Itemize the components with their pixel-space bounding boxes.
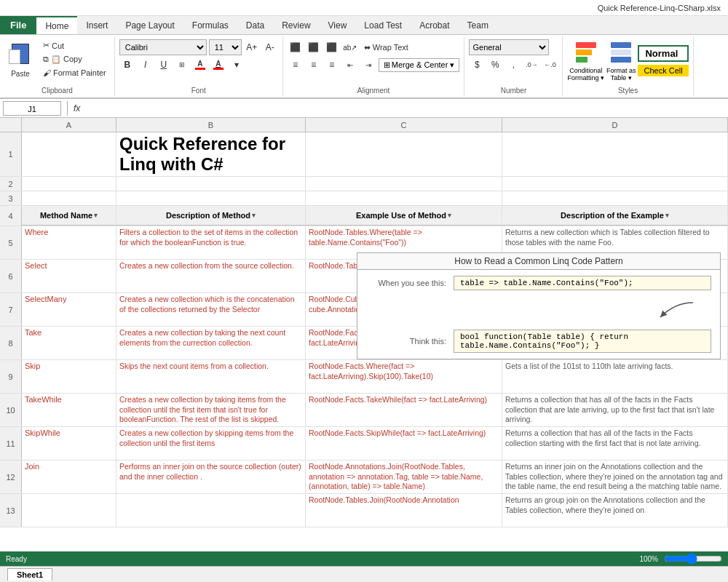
normal-style[interactable]: Normal xyxy=(638,45,688,62)
row-num-3[interactable]: 3 xyxy=(0,191,22,205)
decrease-indent-button[interactable]: ⇤ xyxy=(342,57,358,73)
increase-font-button[interactable]: A+ xyxy=(244,39,260,55)
underline-button[interactable]: U xyxy=(156,57,172,73)
tab-load-test[interactable]: Load Test xyxy=(355,16,411,34)
cell-d2[interactable] xyxy=(502,177,728,191)
tab-review[interactable]: Review xyxy=(273,16,319,34)
cell-b9[interactable]: Skip xyxy=(22,360,116,393)
cell-a3[interactable] xyxy=(22,191,116,205)
row-num-11[interactable]: 11 xyxy=(0,427,22,460)
cell-b2[interactable] xyxy=(116,177,306,191)
header-method-dropdown[interactable]: ▾ xyxy=(94,212,98,219)
dropdown-font-color[interactable]: ▾ xyxy=(229,57,245,73)
cell-d12[interactable]: RootNode.Annotations.Join(RootNode.Table… xyxy=(306,461,502,493)
cell-reference-box[interactable]: J1 xyxy=(3,101,61,116)
row-num-13[interactable]: 13 xyxy=(0,494,22,527)
col-header-d[interactable]: C xyxy=(306,118,502,132)
cell-b10[interactable]: TakeWhile xyxy=(22,394,116,426)
row-num-1[interactable]: 1 xyxy=(0,132,22,176)
cell-a2[interactable] xyxy=(22,177,116,191)
cell-c12[interactable]: Performs an inner join on the source col… xyxy=(116,461,306,493)
cell-e9[interactable]: Gets a list of the 101st to 110th late a… xyxy=(502,360,728,393)
cell-b13[interactable] xyxy=(22,494,116,527)
decrease-font-button[interactable]: A- xyxy=(262,39,278,55)
cell-d11[interactable]: RootNode.Facts.SkipWhile(fact => fact.La… xyxy=(306,427,502,460)
cell-c11[interactable]: Creates a new collection by skipping ite… xyxy=(116,427,306,460)
cell-b7[interactable]: SelectMany xyxy=(22,293,116,326)
tab-file[interactable]: File xyxy=(0,16,36,34)
wrap-text-button[interactable]: ⬌ Wrap Text xyxy=(360,41,412,54)
merge-center-button[interactable]: ⊞ Merge & Center ▾ xyxy=(379,58,460,72)
row-num-2[interactable]: 2 xyxy=(0,177,22,191)
cell-c1[interactable] xyxy=(306,132,502,176)
col-header-c[interactable]: B xyxy=(116,118,306,132)
format-as-table-button[interactable]: Format asTable ▾ xyxy=(606,39,636,81)
cell-b3[interactable] xyxy=(116,191,306,205)
comma-button[interactable]: , xyxy=(505,57,521,73)
cell-b8[interactable]: Take xyxy=(22,327,116,359)
accounting-format-button[interactable]: $ xyxy=(469,57,485,73)
align-right-button[interactable]: ≡ xyxy=(324,57,340,73)
align-top-left-button[interactable]: ⬛ xyxy=(288,39,304,55)
paste-button[interactable]: Paste xyxy=(4,39,36,81)
header-example[interactable]: Example Use of Method ▾ xyxy=(306,206,502,226)
cell-d13[interactable]: RootNode.Tables.Join(RootNode.Annotation xyxy=(306,494,502,527)
bold-button[interactable]: B xyxy=(119,57,135,73)
header-desc-example[interactable]: Description of the Example ▾ xyxy=(502,206,728,226)
cell-c7[interactable]: Creates a new collection which is the co… xyxy=(116,293,306,326)
cell-e10[interactable]: Returns a collection that has all of the… xyxy=(502,394,728,426)
cell-c2[interactable] xyxy=(306,177,502,191)
align-top-right-button[interactable]: ⬛ xyxy=(324,39,340,55)
cut-button[interactable]: ✂ Cut xyxy=(39,39,110,52)
tab-insert[interactable]: Insert xyxy=(77,16,116,34)
cell-c5[interactable]: Filters a collection to the set of items… xyxy=(116,226,306,259)
cell-b1[interactable]: Quick Reference for Linq with C# xyxy=(116,132,306,176)
header-desc-example-dropdown[interactable]: ▾ xyxy=(665,212,669,219)
cell-e11[interactable]: Returns a collection that has all of the… xyxy=(502,427,728,460)
header-example-dropdown[interactable]: ▾ xyxy=(448,212,451,219)
row-num-5[interactable]: 5 xyxy=(0,226,22,259)
cell-b5[interactable]: Where xyxy=(22,226,116,259)
increase-decimal-button[interactable]: .0→ xyxy=(523,57,539,73)
decrease-decimal-button[interactable]: ←.0 xyxy=(542,57,558,73)
cell-d9[interactable]: RootNode.Facts.Where(fact => fact.LateAr… xyxy=(306,360,502,393)
cell-c10[interactable]: Creates a new collection by taking items… xyxy=(116,394,306,426)
cell-d10[interactable]: RootNode.Facts.TakeWhile(fact => fact.La… xyxy=(306,394,502,426)
row-num-8[interactable]: 8 xyxy=(0,327,22,359)
tab-home[interactable]: Home xyxy=(36,16,77,34)
align-center-button[interactable]: ≡ xyxy=(306,57,322,73)
tab-page-layout[interactable]: Page Layout xyxy=(116,16,183,34)
tab-acrobat[interactable]: Acrobat xyxy=(411,16,458,34)
cell-c9[interactable]: Skips the next count items from a collec… xyxy=(116,360,306,393)
tab-formulas[interactable]: Formulas xyxy=(183,16,237,34)
sheet-tab-1[interactable]: Sheet1 xyxy=(7,568,52,581)
cell-d3[interactable] xyxy=(502,191,728,205)
row-num-9[interactable]: 9 xyxy=(0,360,22,393)
conditional-formatting-button[interactable]: ConditionalFormatting ▾ xyxy=(567,39,604,81)
copy-button[interactable]: ⧉ 📋 Copy xyxy=(39,53,110,65)
row-num-4[interactable]: 4 xyxy=(0,206,22,226)
header-description[interactable]: Description of Method ▾ xyxy=(116,206,306,226)
align-top-center-button[interactable]: ⬛ xyxy=(306,39,322,55)
percent-button[interactable]: % xyxy=(487,57,503,73)
col-header-e[interactable]: D xyxy=(502,118,728,132)
cell-c6[interactable]: Creates a new collection from the source… xyxy=(116,260,306,292)
row-num-10[interactable]: 10 xyxy=(0,394,22,426)
fill-color-button[interactable]: A xyxy=(192,57,208,73)
cell-c3[interactable] xyxy=(306,191,502,205)
cell-e12[interactable]: Returns an inner join on the Annotations… xyxy=(502,461,728,493)
header-method-name[interactable]: Method Name ▾ xyxy=(22,206,116,226)
font-color-button[interactable]: A xyxy=(210,57,226,73)
font-name-select[interactable]: Calibri xyxy=(119,39,207,55)
format-painter-button[interactable]: 🖌 Format Painter xyxy=(39,67,110,79)
row-num-6[interactable]: 6 xyxy=(0,260,22,292)
font-size-select[interactable]: 11 xyxy=(209,39,242,55)
cell-a1[interactable] xyxy=(22,132,116,176)
number-format-select[interactable]: General xyxy=(469,39,549,55)
tab-view[interactable]: View xyxy=(320,16,356,34)
tab-team[interactable]: Team xyxy=(459,16,497,34)
row-num-12[interactable]: 12 xyxy=(0,461,22,493)
col-header-b[interactable]: A xyxy=(22,118,116,132)
cell-e13[interactable]: Returns an group join on the Annotations… xyxy=(502,494,728,527)
row-num-7[interactable]: 7 xyxy=(0,293,22,326)
